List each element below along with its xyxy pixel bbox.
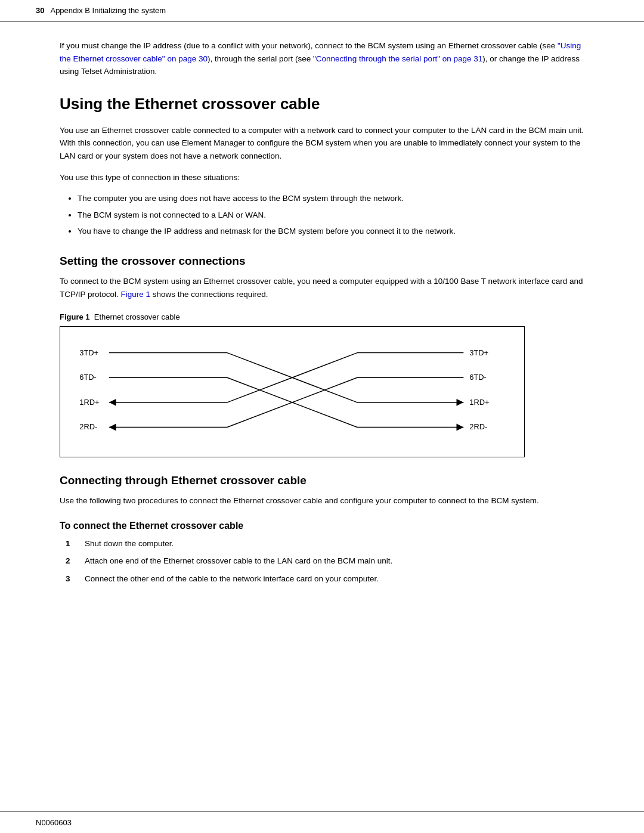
svg-marker-22 bbox=[456, 399, 463, 406]
steps-list: 1 Shut down the computer. 2 Attach one e… bbox=[66, 537, 584, 586]
crossover-diagram: 3TD+ 6TD- 1RD+ 2RD- 3TD+ 6TD- 1RD+ 2RD- bbox=[60, 326, 525, 457]
figure1-link[interactable]: Figure 1 bbox=[121, 290, 151, 299]
step-item: 3 Connect the other end of the cable to … bbox=[66, 572, 584, 586]
step-item: 1 Shut down the computer. bbox=[66, 537, 584, 550]
svg-marker-21 bbox=[109, 424, 116, 431]
intro-link-2[interactable]: "Connecting through the serial port" on … bbox=[313, 54, 482, 63]
header-title: Appendix B Initializing the system bbox=[50, 6, 166, 15]
section3-heading: Connecting through Ethernet crossover ca… bbox=[60, 474, 584, 487]
footer-bar: N0060603 bbox=[0, 812, 644, 833]
figure-caption: Figure 1 Ethernet crossover cable bbox=[60, 312, 584, 321]
diagram-svg: 3TD+ 6TD- 1RD+ 2RD- 3TD+ 6TD- 1RD+ 2RD- bbox=[60, 327, 524, 457]
step-num-3: 3 bbox=[66, 572, 78, 586]
bullet-item: The computer you are using does not have… bbox=[78, 192, 584, 205]
intro-mid1: ), through the serial port (see bbox=[208, 54, 313, 63]
main-content: If you must change the IP address (due t… bbox=[0, 21, 644, 631]
bullet-item: You have to change the IP address and ne… bbox=[78, 225, 584, 238]
section1-bullets: The computer you are using does not have… bbox=[78, 192, 584, 238]
intro-text-1: If you must change the IP address (due t… bbox=[60, 41, 558, 50]
step-text-2: Attach one end of the Ethernet crossover… bbox=[85, 555, 392, 568]
svg-marker-23 bbox=[456, 424, 463, 431]
svg-text:3TD+: 3TD+ bbox=[469, 348, 488, 357]
step-text-1: Shut down the computer. bbox=[85, 537, 174, 550]
svg-text:6TD-: 6TD- bbox=[79, 373, 97, 382]
section2-heading: Setting the crossover connections bbox=[60, 255, 584, 268]
section2-body1: To connect to the BCM system using an Et… bbox=[60, 275, 584, 301]
step-item: 2 Attach one end of the Ethernet crossov… bbox=[66, 555, 584, 568]
figure-container: Figure 1 Ethernet crossover cable 3TD+ 6… bbox=[60, 312, 584, 457]
step-num-2: 2 bbox=[66, 555, 78, 568]
intro-paragraph: If you must change the IP address (due t… bbox=[60, 39, 584, 78]
page-wrapper: 30 Appendix B Initializing the system If… bbox=[0, 0, 644, 833]
section2-body-post: shows the connections required. bbox=[150, 290, 268, 299]
section3-body: Use the following two procedures to conn… bbox=[60, 494, 584, 507]
section4-heading: To connect the Ethernet crossover cable bbox=[60, 521, 584, 531]
figure-label: Figure 1 bbox=[60, 312, 90, 321]
step-num-1: 1 bbox=[66, 537, 78, 550]
figure-caption-text: Ethernet crossover cable bbox=[94, 312, 180, 321]
svg-text:3TD+: 3TD+ bbox=[79, 348, 98, 357]
header-page-num: 30 bbox=[36, 6, 44, 15]
section1-body1: You use an Ethernet crossover cable conn… bbox=[60, 124, 584, 163]
svg-text:2RD-: 2RD- bbox=[469, 423, 487, 432]
svg-text:1RD+: 1RD+ bbox=[469, 398, 489, 407]
section1-heading: Using the Ethernet crossover cable bbox=[60, 95, 584, 113]
svg-marker-20 bbox=[109, 399, 116, 406]
step-text-3: Connect the other end of the cable to th… bbox=[85, 572, 379, 586]
doc-number: N0060603 bbox=[36, 818, 72, 827]
svg-text:2RD-: 2RD- bbox=[79, 423, 97, 432]
header-bar: 30 Appendix B Initializing the system bbox=[0, 0, 644, 21]
bullet-item: The BCM system is not connected to a LAN… bbox=[78, 209, 584, 222]
svg-text:1RD+: 1RD+ bbox=[79, 398, 99, 407]
svg-text:6TD-: 6TD- bbox=[469, 373, 487, 382]
section1-body2: You use this type of connection in these… bbox=[60, 171, 584, 184]
